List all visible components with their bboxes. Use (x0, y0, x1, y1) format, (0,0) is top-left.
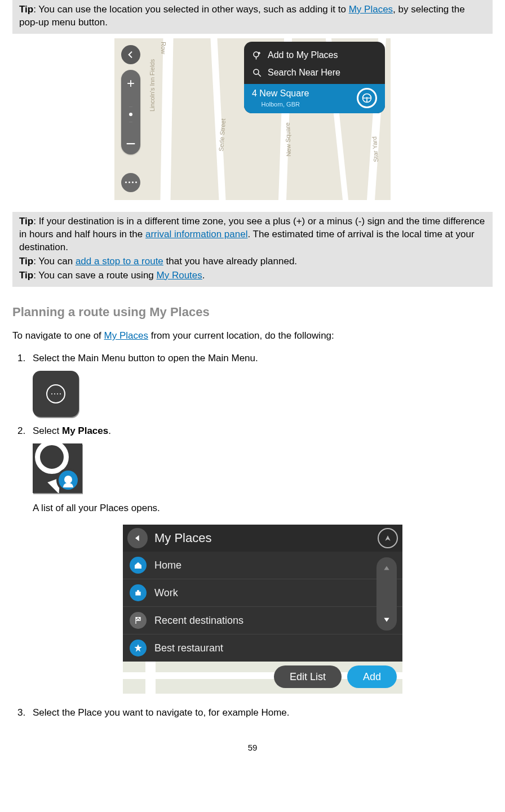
step-2-result: A list of all your Places opens. (33, 502, 493, 515)
intro-after: from your current location, do the follo… (148, 330, 334, 341)
tip2-p3-after: . (202, 270, 205, 281)
svg-point-1 (254, 69, 259, 74)
tip-label: Tip (19, 216, 33, 227)
triangle-left-icon (133, 534, 142, 543)
step-3-text: Select the Place you want to navigate to… (33, 707, 289, 718)
my-places-list-screenshot: My Places Home W (123, 525, 402, 694)
triangle-up-right-icon (383, 534, 392, 543)
tip2-p2-after: that you have already planned. (163, 256, 297, 267)
tip1-text-before: : You can use the location you selected … (33, 4, 348, 15)
person-icon (56, 468, 80, 492)
intro-before: To navigate to one of (12, 330, 104, 341)
add-label: Add (363, 670, 381, 684)
popup-search-label: Search Near Here (268, 66, 340, 79)
popup-add-my-places[interactable]: Add to My Places (244, 46, 385, 64)
list-label-home: Home (154, 558, 181, 572)
popup-location-bar[interactable]: 4 New Square Holborn, GBR (244, 84, 385, 113)
svg-rect-8 (139, 618, 140, 619)
drive-button[interactable] (357, 88, 377, 108)
chevron-left-icon (126, 50, 135, 59)
svg-rect-4 (135, 592, 140, 596)
search-icon (252, 68, 262, 78)
tip-label: Tip (19, 270, 33, 281)
svg-rect-7 (138, 619, 139, 620)
list-item-work[interactable]: Work (123, 579, 402, 607)
road-label-star: Star Yard (370, 136, 380, 162)
link-my-places-2[interactable]: My Places (104, 330, 148, 341)
intro-paragraph: To navigate to one of My Places from you… (12, 330, 493, 343)
zoom-in-icon[interactable]: + (127, 77, 135, 90)
popup-add-label: Add to My Places (268, 49, 338, 61)
map-view-button[interactable] (378, 528, 398, 548)
popup-search-near[interactable]: Search Near Here (244, 64, 385, 82)
myplaces-list: Home Work Recent destinations Best (123, 552, 402, 662)
work-icon (130, 584, 147, 601)
step-3: Select the Place you want to navigate to… (28, 707, 493, 720)
steps-list: Select the Main Menu button to open the … (12, 352, 493, 720)
step-2-before: Select (33, 425, 62, 436)
link-my-places[interactable]: My Places (349, 4, 393, 15)
page-number: 59 (12, 742, 493, 753)
road-label-serle: Serle Street (217, 118, 228, 152)
myplaces-topbar: My Places (123, 525, 402, 552)
popup-location-sub: Holborn, GBR (252, 100, 309, 109)
steering-icon (361, 92, 373, 104)
svg-rect-6 (136, 618, 138, 619)
step-2: Select My Places. A list of all your Pla… (28, 425, 493, 698)
list-label-best: Best restaurant (154, 641, 223, 655)
map-popup-screenshot: Row Lincoln's Inn Fields Serle Street Ne… (114, 38, 391, 200)
svg-point-0 (254, 52, 259, 57)
tip-box-2: Tip: If your destination is in a differe… (12, 212, 493, 287)
map-menu-button[interactable] (121, 173, 140, 192)
section-heading: Planning a route using My Places (12, 304, 493, 321)
road-label-new: New Square (283, 122, 293, 157)
step-2-after: . (108, 425, 111, 436)
road-label-lincolns: Lincoln's Inn Fields (148, 59, 157, 112)
pin-plus-icon (252, 50, 262, 60)
zoom-out-icon[interactable]: − (126, 139, 136, 148)
tip-label: Tip (19, 4, 33, 15)
dots-icon (46, 384, 65, 403)
my-places-icon (33, 443, 82, 493)
step-1-text: Select the Main Menu button to open the … (33, 353, 258, 363)
step-1: Select the Main Menu button to open the … (28, 352, 493, 417)
tip2-p3-before: : You can save a route using (33, 270, 156, 281)
tip-box-1: Tip: You can use the location you select… (12, 0, 493, 34)
list-label-work: Work (154, 586, 178, 600)
star-icon (130, 640, 147, 656)
svg-rect-5 (137, 590, 139, 592)
edit-list-button[interactable]: Edit List (274, 665, 342, 688)
link-my-routes[interactable]: My Routes (157, 270, 202, 281)
flag-icon (130, 612, 147, 629)
link-arrival-panel[interactable]: arrival information panel (145, 229, 247, 239)
zoom-indicator (129, 113, 132, 116)
list-item-recent[interactable]: Recent destinations (123, 607, 402, 634)
back-button[interactable] (127, 528, 148, 548)
zoom-control[interactable]: + − (121, 70, 140, 154)
home-icon (130, 557, 147, 574)
tip2-p2-before: : You can (33, 256, 76, 267)
list-label-recent: Recent destinations (154, 614, 243, 627)
road-label-row: Row (159, 42, 167, 54)
myplaces-title: My Places (154, 530, 211, 547)
list-item-home[interactable]: Home (123, 552, 402, 579)
scroll-control[interactable] (376, 557, 397, 631)
add-button[interactable]: Add (347, 665, 397, 688)
svg-point-3 (366, 97, 367, 99)
popup-location-main: 4 New Square (252, 87, 309, 100)
step-2-bold: My Places (62, 425, 108, 436)
back-button[interactable] (121, 45, 140, 64)
edit-list-label: Edit List (290, 670, 326, 684)
tip-label: Tip (19, 256, 33, 267)
location-popup: Add to My Places Search Near Here 4 New … (244, 42, 385, 113)
list-item-best[interactable]: Best restaurant (123, 634, 402, 662)
triangle-down-icon (383, 616, 391, 624)
triangle-up-icon (383, 564, 391, 572)
link-add-stop[interactable]: add a stop to a route (76, 256, 163, 267)
main-menu-button-icon (33, 371, 79, 417)
